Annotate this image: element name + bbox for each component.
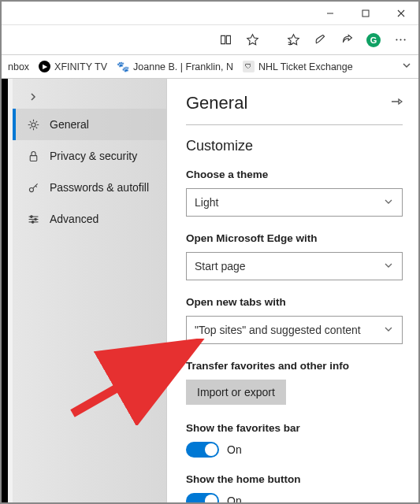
open-with-value: Start page [195, 260, 246, 272]
new-tabs-label: Open new tabs with [186, 296, 403, 308]
sidebar-item-advanced[interactable]: Advanced [13, 203, 166, 235]
open-with-label: Open Microsoft Edge with [186, 232, 403, 244]
home-button-state: On [227, 495, 242, 502]
sliders-icon [27, 213, 40, 226]
favorite-star-icon[interactable] [239, 27, 266, 54]
sidebar-item-general[interactable]: General [13, 109, 166, 140]
close-button[interactable] [383, 2, 418, 25]
settings-content: General Customize Choose a theme Light O… [166, 79, 418, 502]
settings-panel: General Privacy & security Passwords & a… [2, 79, 418, 502]
svg-point-17 [32, 220, 34, 223]
svg-point-11 [29, 187, 33, 191]
theme-value: Light [195, 196, 218, 209]
svg-point-15 [31, 215, 33, 217]
share-icon[interactable] [333, 27, 360, 54]
favorites-list-icon[interactable] [280, 27, 307, 54]
nhl-icon: 🛡 [243, 61, 255, 72]
svg-rect-1 [362, 10, 369, 17]
svg-rect-10 [30, 155, 37, 161]
pin-icon[interactable] [390, 95, 403, 111]
theme-select[interactable]: Light [186, 188, 403, 217]
customize-heading: Customize [186, 138, 403, 154]
home-button-label: Show the home button [186, 473, 403, 485]
open-with-select[interactable]: Start page [186, 252, 403, 280]
more-icon[interactable] [387, 27, 414, 54]
sidebar-item-label: Privacy & security [50, 150, 137, 162]
settings-sidebar: General Privacy & security Passwords & a… [13, 79, 166, 502]
svg-point-8 [403, 39, 405, 40]
notes-icon[interactable] [307, 27, 333, 54]
transfer-label: Transfer favorites and other info [186, 360, 403, 372]
new-tabs-select[interactable]: "Top sites" and suggested content [186, 316, 403, 344]
paw-icon: 🐾 [117, 61, 129, 72]
minimize-button[interactable] [312, 2, 348, 25]
favorites-bar-toggle[interactable] [186, 442, 219, 458]
bookmark-overflow[interactable] [401, 60, 412, 73]
bookmark-joanne[interactable]: 🐾Joanne B. | Franklin, N [117, 61, 233, 72]
window-titlebar [2, 2, 418, 25]
svg-point-6 [396, 39, 397, 40]
sidebar-item-label: General [50, 118, 89, 131]
browser-toolbar: G [2, 25, 418, 55]
lock-icon [27, 150, 40, 163]
import-export-button[interactable]: Import or export [186, 380, 286, 405]
svg-point-9 [32, 122, 35, 126]
favorites-bar-state: On [227, 443, 242, 456]
extension-icon[interactable]: G [360, 27, 387, 54]
sidebar-item-privacy[interactable]: Privacy & security [13, 140, 166, 172]
left-edge-dark [2, 79, 8, 502]
bookmark-xfinity[interactable]: ▶XFINITY TV [39, 61, 107, 72]
home-button-toggle[interactable] [186, 493, 219, 502]
page-title: General [186, 93, 247, 113]
chevron-down-icon [383, 324, 394, 337]
svg-point-16 [35, 218, 37, 220]
play-icon: ▶ [39, 61, 50, 72]
new-tabs-value: "Top sites" and suggested content [195, 324, 361, 336]
sidebar-item-label: Passwords & autofill [50, 181, 149, 194]
chevron-down-icon [383, 196, 394, 209]
theme-label: Choose a theme [186, 169, 403, 180]
bookmark-inbox[interactable]: nbox [8, 61, 29, 72]
sidebar-item-label: Advanced [50, 213, 98, 225]
sidebar-item-passwords[interactable]: Passwords & autofill [13, 172, 166, 203]
svg-point-7 [400, 39, 401, 40]
gear-icon [27, 118, 40, 132]
key-icon [27, 181, 40, 195]
collapse-button[interactable] [13, 85, 166, 109]
reading-view-icon[interactable] [212, 27, 239, 54]
maximize-button[interactable] [348, 2, 383, 25]
bookmark-nhl[interactable]: 🛡NHL Ticket Exchange [243, 61, 353, 72]
bookmarks-bar: nbox ▶XFINITY TV 🐾Joanne B. | Franklin, … [2, 55, 418, 79]
chevron-down-icon [383, 260, 394, 273]
favorites-bar-label: Show the favorites bar [186, 422, 403, 434]
